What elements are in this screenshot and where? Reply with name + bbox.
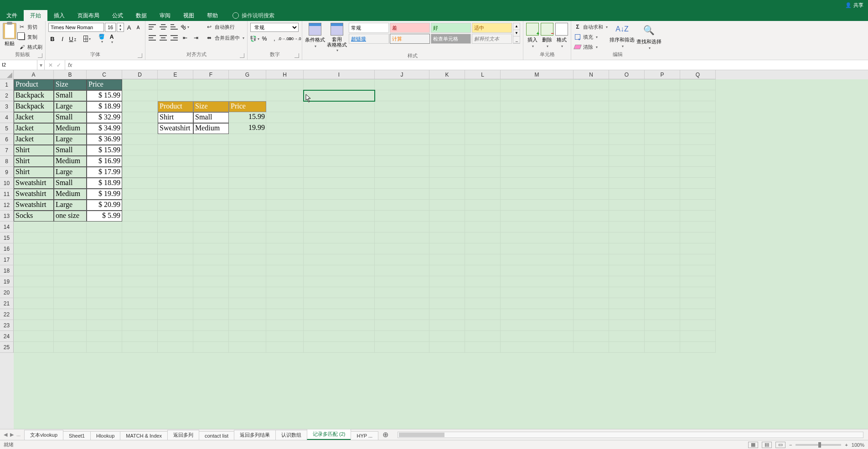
cell-O2[interactable] — [609, 90, 645, 101]
align-bottom-button[interactable] — [170, 23, 178, 31]
cell-I7[interactable] — [304, 145, 375, 156]
cell-K18[interactable] — [429, 265, 465, 276]
cell-N3[interactable] — [574, 101, 609, 112]
cell-F4[interactable]: Small — [193, 112, 229, 123]
cell-N11[interactable] — [574, 189, 609, 200]
comma-button[interactable]: , — [270, 35, 279, 43]
cell-D15[interactable] — [122, 232, 158, 243]
cell-C22[interactable] — [87, 309, 122, 320]
cell-M15[interactable] — [501, 232, 574, 243]
cell-E8[interactable] — [158, 156, 193, 167]
cell-I20[interactable] — [304, 287, 375, 298]
col-header-M[interactable]: M — [501, 70, 574, 79]
cell-E3[interactable]: Product — [158, 101, 193, 112]
cell-A2[interactable]: Backpack — [14, 90, 54, 101]
cell-A25[interactable] — [14, 342, 54, 353]
col-header-B[interactable]: B — [54, 70, 87, 79]
cell-G3[interactable]: Price — [229, 101, 266, 112]
cell-A14[interactable] — [14, 222, 54, 232]
cell-J13[interactable] — [375, 211, 429, 222]
formula-confirm[interactable]: ✓ — [57, 62, 61, 68]
cell-J22[interactable] — [375, 309, 429, 320]
cell-J6[interactable] — [375, 134, 429, 145]
cell-Q5[interactable] — [680, 123, 716, 134]
style-cell-2[interactable]: 好 — [431, 23, 471, 33]
cell-J7[interactable] — [375, 145, 429, 156]
cell-Q7[interactable] — [680, 145, 716, 156]
cell-K4[interactable] — [429, 112, 465, 123]
cell-K23[interactable] — [429, 320, 465, 331]
cell-C3[interactable]: $ 18.99 — [87, 101, 122, 112]
cell-F9[interactable] — [193, 167, 229, 178]
cell-C13[interactable]: $ 5.99 — [87, 211, 122, 222]
cell-C17[interactable] — [87, 254, 122, 265]
cell-N4[interactable] — [574, 112, 609, 123]
cell-L8[interactable] — [465, 156, 501, 167]
cell-M6[interactable] — [501, 134, 574, 145]
font-name-input[interactable] — [48, 23, 104, 32]
cell-K16[interactable] — [429, 243, 465, 254]
cell-Q25[interactable] — [680, 342, 716, 353]
row-header-16[interactable]: 16 — [0, 243, 14, 254]
cell-L11[interactable] — [465, 189, 501, 200]
cell-M10[interactable] — [501, 178, 574, 189]
cell-I16[interactable] — [304, 243, 375, 254]
cell-C20[interactable] — [87, 287, 122, 298]
zoom-out-button[interactable]: − — [789, 442, 792, 448]
cell-A19[interactable] — [14, 276, 54, 287]
cell-P16[interactable] — [645, 243, 680, 254]
row-header-4[interactable]: 4 — [0, 112, 14, 123]
cell-C6[interactable]: $ 36.99 — [87, 134, 122, 145]
cell-C4[interactable]: $ 32.99 — [87, 112, 122, 123]
sheet-tab-9[interactable]: HYP ... — [351, 431, 378, 440]
cell-H22[interactable] — [266, 309, 304, 320]
cell-M16[interactable] — [501, 243, 574, 254]
cell-Q19[interactable] — [680, 276, 716, 287]
cell-E23[interactable] — [158, 320, 193, 331]
row-header-5[interactable]: 5 — [0, 123, 14, 134]
cell-E20[interactable] — [158, 287, 193, 298]
cell-F5[interactable]: Medium — [193, 123, 229, 134]
row-header-20[interactable]: 20 — [0, 287, 14, 298]
fx-label[interactable]: fx — [65, 62, 75, 68]
cell-O23[interactable] — [609, 320, 645, 331]
cell-J11[interactable] — [375, 189, 429, 200]
cell-B22[interactable] — [54, 309, 87, 320]
cell-D20[interactable] — [122, 287, 158, 298]
cell-I14[interactable] — [304, 222, 375, 232]
cell-F2[interactable] — [193, 90, 229, 101]
col-header-N[interactable]: N — [574, 70, 609, 79]
cell-E7[interactable] — [158, 145, 193, 156]
cell-L22[interactable] — [465, 309, 501, 320]
cell-K17[interactable] — [429, 254, 465, 265]
col-header-F[interactable]: F — [193, 70, 229, 79]
cell-N9[interactable] — [574, 167, 609, 178]
increase-decimal-button[interactable]: .0→.00 — [280, 35, 289, 43]
cell-F20[interactable] — [193, 287, 229, 298]
cell-J25[interactable] — [375, 342, 429, 353]
cell-D1[interactable] — [122, 79, 158, 90]
cell-K13[interactable] — [429, 211, 465, 222]
cell-L19[interactable] — [465, 276, 501, 287]
cell-D5[interactable] — [122, 123, 158, 134]
cell-L14[interactable] — [465, 222, 501, 232]
cell-O24[interactable] — [609, 331, 645, 342]
cell-M22[interactable] — [501, 309, 574, 320]
cell-A20[interactable] — [14, 287, 54, 298]
cell-G12[interactable] — [229, 200, 266, 211]
cell-H14[interactable] — [266, 222, 304, 232]
cell-E11[interactable] — [158, 189, 193, 200]
cell-D13[interactable] — [122, 211, 158, 222]
style-cell-6[interactable]: 检查单元格 — [431, 34, 471, 44]
cell-O13[interactable] — [609, 211, 645, 222]
cell-G21[interactable] — [229, 298, 266, 309]
cell-D24[interactable] — [122, 331, 158, 342]
cell-N23[interactable] — [574, 320, 609, 331]
cell-C19[interactable] — [87, 276, 122, 287]
cell-N2[interactable] — [574, 90, 609, 101]
cell-I15[interactable] — [304, 232, 375, 243]
menu-tab-2[interactable]: 插入 — [47, 10, 71, 21]
cell-I13[interactable] — [304, 211, 375, 222]
cell-F3[interactable]: Size — [193, 101, 229, 112]
cell-Q8[interactable] — [680, 156, 716, 167]
